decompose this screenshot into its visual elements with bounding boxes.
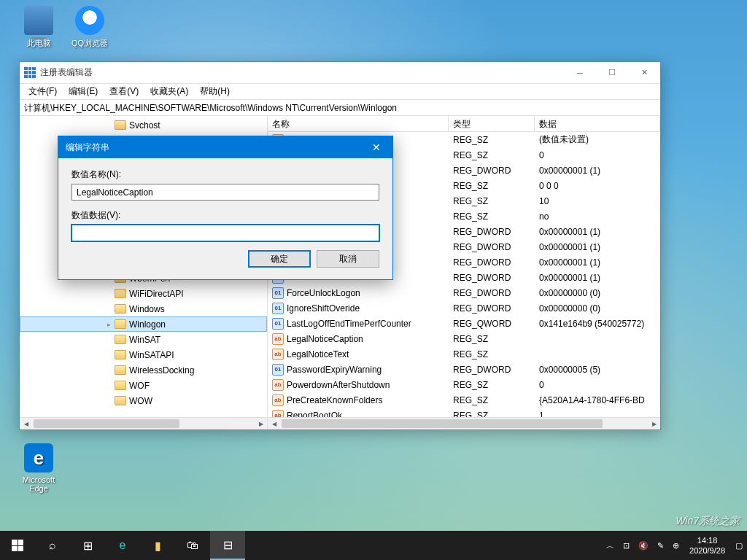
value-name-input[interactable]: [71, 184, 379, 201]
list-row[interactable]: 01IgnoreShiftOverideREG_DWORD0x00000000 …: [268, 300, 660, 316]
tray-network-icon[interactable]: ⊡: [619, 531, 634, 560]
value-string-icon: ab: [272, 394, 284, 406]
scroll-right-icon[interactable]: ▶: [648, 418, 660, 429]
tray-ime-icon[interactable]: ✎: [653, 531, 668, 560]
value-data-label: 数值数据(V):: [71, 209, 379, 222]
column-data[interactable]: 数据: [535, 116, 660, 131]
ok-button[interactable]: 确定: [248, 250, 311, 268]
desktop-icon-label: 此电脑: [13, 38, 64, 49]
tree-item[interactable]: WinSAT: [20, 332, 267, 347]
tree-item[interactable]: WOF: [20, 378, 267, 393]
scroll-right-icon[interactable]: ▶: [255, 418, 267, 429]
value-data: 0x00000001 (1): [535, 257, 660, 268]
clock-time: 14:18: [689, 535, 725, 545]
list-row[interactable]: abReportBootOkREG_SZ1: [268, 408, 660, 417]
list-row[interactable]: abPreCreateKnownFoldersREG_SZ{A520A1A4-1…: [268, 392, 660, 408]
menu-help[interactable]: 帮助(H): [194, 84, 236, 99]
tree-toggle-icon[interactable]: [104, 351, 113, 359]
close-button[interactable]: ✕: [628, 62, 660, 83]
clock[interactable]: 14:18 2020/9/28: [684, 535, 731, 556]
regedit-icon: [24, 67, 36, 79]
value-data: 0: [535, 380, 660, 390]
list-row[interactable]: abPowerdownAfterShutdownREG_SZ0: [268, 377, 660, 392]
desktop-icon-qq-browser[interactable]: QQ浏览器: [64, 6, 115, 49]
folder-icon: [115, 304, 126, 314]
value-type: REG_DWORD: [449, 166, 535, 176]
list-row[interactable]: abLegalNoticeTextREG_SZ: [268, 346, 660, 362]
value-data: 0x00000000 (0): [535, 303, 660, 314]
menu-edit[interactable]: 编辑(E): [63, 84, 104, 99]
address-bar[interactable]: 计算机\HKEY_LOCAL_MACHINE\SOFTWARE\Microsof…: [20, 100, 660, 116]
desktop-icon-this-pc[interactable]: 此电脑: [13, 6, 64, 49]
cancel-button[interactable]: 取消: [317, 250, 379, 268]
search-button[interactable]: ⌕: [35, 531, 70, 560]
tree-item[interactable]: ▸Winlogon: [20, 316, 267, 332]
scroll-left-icon[interactable]: ◀: [20, 418, 32, 429]
tree-toggle-icon[interactable]: [104, 335, 113, 344]
list-scrollbar-h[interactable]: ◀ ▶: [268, 417, 660, 429]
value-dword-icon: 01: [272, 303, 284, 314]
minimize-button[interactable]: ─: [564, 62, 596, 83]
menu-file[interactable]: 文件(F): [23, 84, 63, 99]
tree-item[interactable]: WinSATAPI: [20, 347, 267, 362]
value-data: 0x00000001 (1): [535, 242, 660, 252]
dialog-close-button[interactable]: ✕: [360, 136, 392, 158]
window-title: 注册表编辑器: [40, 66, 564, 79]
value-data: (数值未设置): [535, 133, 660, 146]
value-name: LegalNoticeText: [287, 349, 349, 359]
column-type[interactable]: 类型: [449, 116, 535, 131]
tree-toggle-icon[interactable]: ▸: [104, 320, 113, 329]
value-data: 0x00000001 (1): [535, 273, 660, 283]
column-name[interactable]: 名称: [268, 116, 449, 131]
value-data-input[interactable]: [71, 225, 379, 241]
folder-icon: [115, 335, 126, 344]
tree-toggle-icon[interactable]: [104, 381, 113, 390]
taskbar-explorer[interactable]: ▮: [140, 531, 175, 560]
titlebar[interactable]: 注册表编辑器 ─ ☐ ✕: [20, 62, 660, 84]
menu-view[interactable]: 查看(V): [104, 84, 144, 99]
tray-chevron-up-icon[interactable]: ︿: [602, 531, 619, 560]
value-name-label: 数值名称(N):: [71, 168, 379, 181]
value-data: 0x00000000 (0): [535, 288, 660, 298]
dialog-titlebar[interactable]: 编辑字符串 ✕: [58, 136, 392, 158]
taskbar-regedit[interactable]: ⊟: [210, 531, 245, 560]
tree-toggle-icon[interactable]: [104, 121, 113, 130]
tree-item[interactable]: Windows: [20, 301, 267, 316]
value-string-icon: ab: [272, 379, 284, 391]
tree-toggle-icon[interactable]: [104, 366, 113, 375]
value-data: 0x00000001 (1): [535, 166, 660, 176]
tree-item[interactable]: Svchost: [20, 117, 267, 133]
tree-item[interactable]: WOW: [20, 393, 267, 408]
taskview-button[interactable]: ⊞: [70, 531, 105, 560]
taskbar-store[interactable]: 🛍: [175, 531, 210, 560]
value-type: REG_SZ: [449, 135, 535, 145]
value-data: 0 0 0: [535, 181, 660, 191]
tree-item-label: WirelessDocking: [129, 365, 194, 376]
tree-scrollbar-h[interactable]: ◀ ▶: [20, 417, 267, 429]
list-row[interactable]: abLegalNoticeCaptionREG_SZ: [268, 331, 660, 346]
tree-toggle-icon[interactable]: [104, 397, 113, 405]
tray-volume-icon[interactable]: 🔇: [634, 531, 653, 560]
value-type: REG_SZ: [449, 334, 535, 344]
value-name: PasswordExpiryWarning: [287, 365, 382, 375]
taskbar-edge[interactable]: e: [105, 531, 140, 560]
list-row[interactable]: 01LastLogOffEndTimePerfCounterREG_QWORD0…: [268, 316, 660, 331]
tree-item-label: Svchost: [129, 120, 160, 131]
tree-toggle-icon[interactable]: [104, 289, 113, 298]
tray-defender-icon[interactable]: ⊕: [668, 531, 684, 560]
value-type: REG_SZ: [449, 380, 535, 390]
tree-item[interactable]: WirelessDocking: [20, 362, 267, 378]
desktop-icon-edge[interactable]: e Microsoft Edge: [13, 443, 64, 493]
value-string-icon: ab: [272, 410, 284, 418]
value-data: no: [535, 211, 660, 222]
menu-favorites[interactable]: 收藏夹(A): [144, 84, 194, 99]
list-row[interactable]: 01ForceUnlockLogonREG_DWORD0x00000000 (0…: [268, 285, 660, 300]
maximize-button[interactable]: ☐: [596, 62, 628, 83]
list-row[interactable]: 01PasswordExpiryWarningREG_DWORD0x000000…: [268, 362, 660, 377]
start-button[interactable]: [0, 531, 35, 560]
value-type: REG_DWORD: [449, 242, 535, 252]
tree-toggle-icon[interactable]: [104, 305, 113, 314]
tree-item[interactable]: WiFiDirectAPI: [20, 286, 267, 301]
notifications-button[interactable]: ▢: [731, 531, 747, 560]
scroll-left-icon[interactable]: ◀: [268, 418, 280, 429]
